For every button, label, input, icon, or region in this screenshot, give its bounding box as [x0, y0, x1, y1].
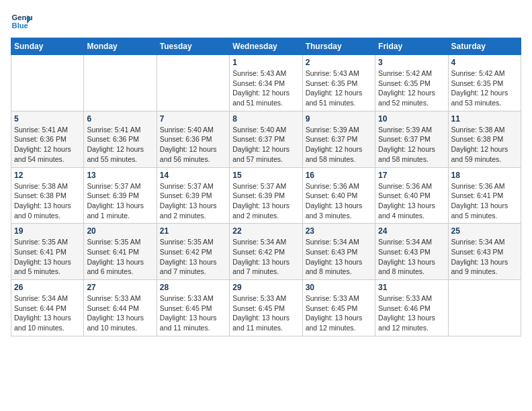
calendar-cell: 10Sunrise: 5:39 AM Sunset: 6:37 PM Dayli… [375, 111, 448, 167]
day-number: 19 [14, 226, 81, 236]
day-info: Sunrise: 5:39 AM Sunset: 6:37 PM Dayligh… [306, 125, 372, 165]
calendar-cell: 27Sunrise: 5:33 AM Sunset: 6:44 PM Dayli… [84, 280, 157, 336]
day-info: Sunrise: 5:40 AM Sunset: 6:36 PM Dayligh… [160, 125, 226, 165]
day-number: 14 [160, 171, 226, 180]
day-number: 20 [87, 226, 153, 236]
day-info: Sunrise: 5:36 AM Sunset: 6:40 PM Dayligh… [306, 181, 372, 221]
calendar-cell: 15Sunrise: 5:37 AM Sunset: 6:39 PM Dayli… [230, 167, 302, 224]
day-number: 18 [451, 171, 518, 180]
day-info: Sunrise: 5:34 AM Sunset: 6:44 PM Dayligh… [14, 293, 81, 333]
day-number: 31 [378, 283, 445, 292]
calendar-cell: 18Sunrise: 5:36 AM Sunset: 6:41 PM Dayli… [448, 167, 521, 224]
header-tuesday: Tuesday [157, 38, 229, 55]
week-row-4: 19Sunrise: 5:35 AM Sunset: 6:41 PM Dayli… [11, 224, 521, 280]
day-info: Sunrise: 5:33 AM Sunset: 6:45 PM Dayligh… [306, 293, 372, 333]
calendar-cell: 11Sunrise: 5:38 AM Sunset: 6:38 PM Dayli… [448, 111, 521, 167]
calendar-cell: 28Sunrise: 5:33 AM Sunset: 6:45 PM Dayli… [157, 280, 229, 336]
day-info: Sunrise: 5:41 AM Sunset: 6:36 PM Dayligh… [14, 125, 81, 165]
day-info: Sunrise: 5:34 AM Sunset: 6:43 PM Dayligh… [451, 237, 518, 277]
calendar-cell: 24Sunrise: 5:34 AM Sunset: 6:43 PM Dayli… [375, 224, 448, 280]
calendar-cell: 4Sunrise: 5:42 AM Sunset: 6:35 PM Daylig… [448, 55, 521, 111]
day-info: Sunrise: 5:33 AM Sunset: 6:45 PM Dayligh… [232, 293, 299, 333]
calendar-cell: 31Sunrise: 5:33 AM Sunset: 6:46 PM Dayli… [375, 280, 448, 336]
header-sunday: Sunday [11, 38, 84, 55]
calendar-cell [157, 55, 229, 111]
day-info: Sunrise: 5:43 AM Sunset: 6:34 PM Dayligh… [232, 68, 299, 108]
day-number: 10 [378, 114, 445, 124]
day-number: 30 [306, 283, 372, 292]
calendar-cell: 13Sunrise: 5:37 AM Sunset: 6:39 PM Dayli… [84, 167, 157, 224]
day-info: Sunrise: 5:43 AM Sunset: 6:35 PM Dayligh… [306, 68, 372, 108]
day-info: Sunrise: 5:36 AM Sunset: 6:41 PM Dayligh… [451, 181, 518, 221]
page-header: General Blue [11, 11, 521, 32]
header-monday: Monday [84, 38, 157, 55]
calendar-cell: 1Sunrise: 5:43 AM Sunset: 6:34 PM Daylig… [230, 55, 302, 111]
calendar-cell: 23Sunrise: 5:34 AM Sunset: 6:43 PM Dayli… [302, 224, 375, 280]
calendar-cell [448, 280, 521, 336]
day-info: Sunrise: 5:40 AM Sunset: 6:37 PM Dayligh… [232, 125, 299, 165]
calendar-cell [84, 55, 157, 111]
calendar-table: SundayMondayTuesdayWednesdayThursdayFrid… [11, 38, 521, 336]
day-number: 3 [378, 58, 445, 67]
week-row-2: 5Sunrise: 5:41 AM Sunset: 6:36 PM Daylig… [11, 111, 521, 167]
day-info: Sunrise: 5:37 AM Sunset: 6:39 PM Dayligh… [87, 181, 153, 221]
calendar-cell: 12Sunrise: 5:38 AM Sunset: 6:38 PM Dayli… [11, 167, 84, 224]
day-info: Sunrise: 5:42 AM Sunset: 6:35 PM Dayligh… [451, 68, 518, 108]
day-number: 23 [306, 226, 372, 236]
calendar-header-row: SundayMondayTuesdayWednesdayThursdayFrid… [11, 38, 521, 55]
calendar-cell: 19Sunrise: 5:35 AM Sunset: 6:41 PM Dayli… [11, 224, 84, 280]
week-row-3: 12Sunrise: 5:38 AM Sunset: 6:38 PM Dayli… [11, 167, 521, 224]
day-number: 16 [306, 171, 372, 180]
day-number: 5 [14, 114, 81, 124]
header-thursday: Thursday [302, 38, 375, 55]
calendar-cell: 17Sunrise: 5:36 AM Sunset: 6:40 PM Dayli… [375, 167, 448, 224]
day-number: 24 [378, 226, 445, 236]
day-info: Sunrise: 5:38 AM Sunset: 6:38 PM Dayligh… [451, 125, 518, 165]
day-number: 11 [451, 114, 518, 124]
day-number: 7 [160, 114, 226, 124]
calendar-cell: 25Sunrise: 5:34 AM Sunset: 6:43 PM Dayli… [448, 224, 521, 280]
day-info: Sunrise: 5:35 AM Sunset: 6:41 PM Dayligh… [14, 237, 81, 277]
day-number: 2 [306, 58, 372, 67]
day-info: Sunrise: 5:36 AM Sunset: 6:40 PM Dayligh… [378, 181, 445, 221]
day-info: Sunrise: 5:33 AM Sunset: 6:46 PM Dayligh… [378, 293, 445, 333]
calendar-cell: 16Sunrise: 5:36 AM Sunset: 6:40 PM Dayli… [302, 167, 375, 224]
day-number: 26 [14, 283, 81, 292]
day-number: 4 [451, 58, 518, 67]
day-info: Sunrise: 5:34 AM Sunset: 6:42 PM Dayligh… [232, 237, 299, 277]
day-info: Sunrise: 5:35 AM Sunset: 6:42 PM Dayligh… [160, 237, 226, 277]
day-number: 15 [232, 171, 299, 180]
calendar-cell: 3Sunrise: 5:42 AM Sunset: 6:35 PM Daylig… [375, 55, 448, 111]
day-number: 28 [160, 283, 226, 292]
day-number: 17 [378, 171, 445, 180]
week-row-5: 26Sunrise: 5:34 AM Sunset: 6:44 PM Dayli… [11, 280, 521, 336]
day-number: 9 [306, 114, 372, 124]
calendar-cell: 26Sunrise: 5:34 AM Sunset: 6:44 PM Dayli… [11, 280, 84, 336]
day-number: 8 [232, 114, 299, 124]
day-number: 29 [232, 283, 299, 292]
calendar-cell: 2Sunrise: 5:43 AM Sunset: 6:35 PM Daylig… [302, 55, 375, 111]
calendar-cell: 6Sunrise: 5:41 AM Sunset: 6:36 PM Daylig… [84, 111, 157, 167]
calendar-cell: 8Sunrise: 5:40 AM Sunset: 6:37 PM Daylig… [230, 111, 302, 167]
day-number: 13 [87, 171, 153, 180]
day-number: 12 [14, 171, 81, 180]
logo-icon: General Blue [11, 11, 32, 32]
week-row-1: 1Sunrise: 5:43 AM Sunset: 6:34 PM Daylig… [11, 55, 521, 111]
header-friday: Friday [375, 38, 448, 55]
day-info: Sunrise: 5:34 AM Sunset: 6:43 PM Dayligh… [306, 237, 372, 277]
day-info: Sunrise: 5:39 AM Sunset: 6:37 PM Dayligh… [378, 125, 445, 165]
day-info: Sunrise: 5:33 AM Sunset: 6:44 PM Dayligh… [87, 293, 153, 333]
header-wednesday: Wednesday [230, 38, 302, 55]
calendar-cell: 5Sunrise: 5:41 AM Sunset: 6:36 PM Daylig… [11, 111, 84, 167]
day-info: Sunrise: 5:37 AM Sunset: 6:39 PM Dayligh… [160, 181, 226, 221]
calendar-cell: 14Sunrise: 5:37 AM Sunset: 6:39 PM Dayli… [157, 167, 229, 224]
day-number: 6 [87, 114, 153, 124]
calendar-cell: 9Sunrise: 5:39 AM Sunset: 6:37 PM Daylig… [302, 111, 375, 167]
header-saturday: Saturday [448, 38, 521, 55]
day-number: 27 [87, 283, 153, 292]
calendar-cell: 22Sunrise: 5:34 AM Sunset: 6:42 PM Dayli… [230, 224, 302, 280]
calendar-cell: 20Sunrise: 5:35 AM Sunset: 6:41 PM Dayli… [84, 224, 157, 280]
day-number: 22 [232, 226, 299, 236]
day-info: Sunrise: 5:41 AM Sunset: 6:36 PM Dayligh… [87, 125, 153, 165]
calendar-cell: 29Sunrise: 5:33 AM Sunset: 6:45 PM Dayli… [230, 280, 302, 336]
